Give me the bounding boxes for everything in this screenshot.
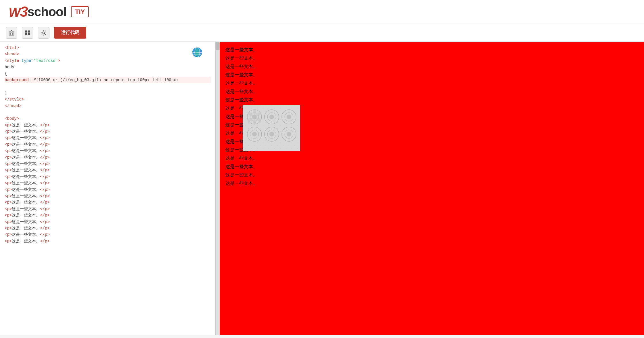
code-line-p11: <p>这是一些文本。</p> (5, 187, 211, 193)
preview-text-17: 这是一些文本。 (225, 181, 638, 187)
code-line-p15: <p>这是一些文本。</p> (5, 212, 211, 219)
code-line-body-open: <body> (5, 115, 211, 122)
svg-line-12 (45, 31, 46, 31)
code-line-p13: <p>这是一些文本。</p> (5, 199, 211, 206)
code-line-head: <head> (5, 51, 211, 57)
code-line-p16: <p>这是一些文本。</p> (5, 219, 211, 225)
svg-point-36 (285, 130, 293, 138)
preview-panel[interactable]: 这是一些文本。 这是一些文本。 这是一些文本。 这是一些文本。 这是一些文本。 … (220, 42, 644, 335)
header: W3 school TIY (0, 0, 644, 24)
code-editor[interactable]: <html> <head> <style type="text/css"> bo… (0, 42, 216, 335)
svg-point-33 (267, 130, 276, 138)
svg-point-22 (252, 115, 257, 119)
svg-point-27 (285, 113, 293, 121)
code-line-p17: <p>这是一些文本。</p> (5, 225, 211, 231)
svg-point-20 (247, 110, 262, 124)
code-line-close-brace: } (5, 90, 211, 96)
svg-point-38 (253, 109, 256, 115)
code-line-p3: <p>这是一些文本。</p> (5, 135, 211, 141)
svg-point-24 (267, 113, 276, 121)
home-button[interactable] (6, 27, 17, 39)
preview-text-6: 这是一些文本。 (225, 89, 638, 95)
code-line-style-close: </style> (5, 96, 211, 102)
globe-icon (192, 48, 202, 57)
svg-line-11 (42, 34, 42, 35)
svg-point-28 (287, 115, 291, 119)
svg-point-31 (252, 132, 257, 136)
home-icon (8, 30, 15, 36)
preview-text-16: 这是一些文本。 (225, 172, 638, 178)
svg-point-4 (43, 32, 45, 34)
editor-scrollbar-thumb[interactable] (216, 42, 220, 50)
svg-point-43 (247, 111, 253, 117)
code-line-p18: <p>这是一些文本。</p> (5, 231, 211, 238)
main-area: <html> <head> <style type="text/css"> bo… (0, 42, 644, 335)
svg-point-42 (247, 117, 253, 123)
preview-text-15: 这是一些文本。 (225, 164, 638, 170)
svg-point-40 (256, 117, 262, 123)
code-line-p5: <p>这是一些文本。</p> (5, 148, 211, 154)
code-line-p4: <p>这是一些文本。</p> (5, 141, 211, 148)
svg-rect-0 (25, 30, 27, 32)
code-line-style: <style type="text/css"> (5, 58, 211, 64)
code-line-p6: <p>这是一些文本。</p> (5, 154, 211, 161)
code-line-p2: <p>这是一些文本。</p> (5, 128, 211, 135)
svg-point-23 (264, 110, 279, 124)
code-content[interactable]: <html> <head> <style type="text/css"> bo… (0, 42, 215, 335)
code-line-empty2 (5, 109, 211, 115)
preview-text-1: 这是一些文本。 (225, 47, 638, 53)
logo-w3: W3 (9, 3, 27, 20)
svg-point-34 (269, 132, 274, 136)
svg-point-41 (253, 119, 256, 125)
svg-rect-3 (28, 33, 30, 35)
toolbar: 运行代码 (0, 24, 644, 42)
preview-text-4: 这是一些文本。 (225, 72, 638, 78)
code-line-p7: <p>这是一些文本。</p> (5, 161, 211, 167)
code-line-open-brace: { (5, 71, 211, 77)
preview-text-5: 这是一些文本。 (225, 80, 638, 86)
svg-point-32 (264, 127, 279, 141)
preview-text-2: 这是一些文本。 (225, 55, 638, 61)
svg-point-37 (287, 132, 291, 136)
sun-icon (41, 30, 47, 36)
logo-tiy: TIY (71, 6, 89, 17)
svg-line-10 (45, 34, 46, 35)
code-line-p8: <p>这是一些文本。</p> (5, 167, 211, 173)
svg-point-39 (256, 111, 262, 117)
code-line-body-selector: body (5, 64, 211, 70)
code-line-head-close: </head> (5, 103, 211, 109)
svg-line-9 (42, 31, 42, 31)
preview-text-3: 这是一些文本。 (225, 64, 638, 70)
svg-rect-19 (243, 105, 300, 151)
run-button[interactable]: 运行代码 (54, 27, 86, 39)
code-line-p14: <p>这是一些文本。</p> (5, 206, 211, 212)
svg-point-25 (269, 115, 274, 119)
editor-scrollbar[interactable] (216, 42, 220, 335)
svg-point-26 (282, 110, 296, 124)
svg-point-29 (247, 127, 262, 141)
svg-rect-1 (28, 30, 30, 32)
logo-school: school (27, 5, 66, 19)
code-line-p10: <p>这是一些文本。</p> (5, 180, 211, 186)
settings-button[interactable] (38, 27, 49, 39)
preview-text-7: 这是一些文本。 (225, 97, 638, 103)
grid-icon (24, 30, 31, 36)
code-line-html: <html> (5, 45, 211, 51)
preview-text-14: 这是一些文本。 (225, 155, 638, 162)
code-line-p19: <p>这是一些文本。</p> (5, 238, 211, 244)
code-line-empty1 (5, 83, 211, 90)
background-image-preview (243, 105, 300, 151)
svg-point-30 (250, 130, 259, 138)
svg-rect-2 (25, 33, 27, 35)
menu-button[interactable] (22, 27, 33, 39)
code-line-background: background: #ff0000 url(/i/eg_bg_03.gif)… (5, 77, 211, 83)
code-line-p9: <p>这是一些文本。</p> (5, 174, 211, 180)
svg-point-21 (250, 113, 259, 121)
svg-point-35 (282, 127, 296, 141)
code-line-p12: <p>这是一些文本。</p> (5, 193, 211, 199)
code-line-p1: <p>这是一些文本。</p> (5, 122, 211, 128)
